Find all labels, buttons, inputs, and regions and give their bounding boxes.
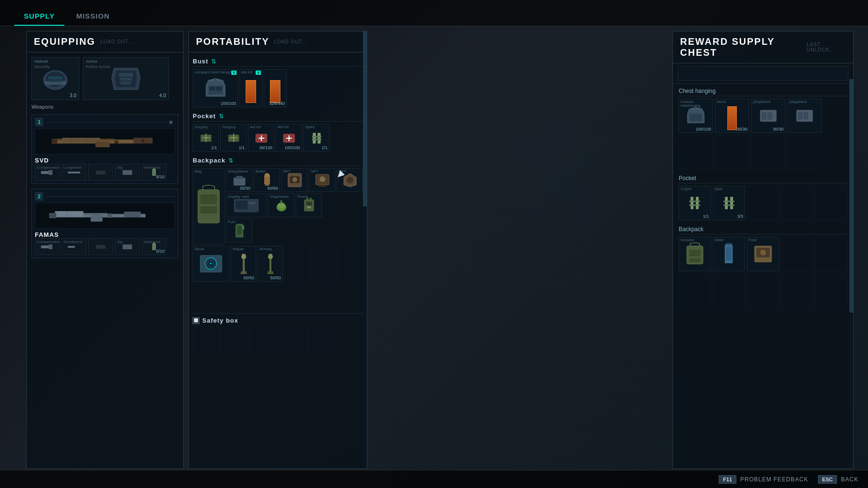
backpack-repair[interactable]: Repair 50/50 <box>231 246 256 282</box>
back-label: BACK <box>841 476 858 483</box>
reward-water[interactable]: Water <box>713 237 745 271</box>
reward-pocket-empty-1[interactable] <box>747 186 779 220</box>
svg-rect-63 <box>312 136 321 137</box>
repair-icon <box>237 253 251 274</box>
bust-slot-3[interactable]: 328/440 <box>264 69 287 107</box>
weapon-1-hollowout[interactable]: Hollowout 6/10 <box>142 164 166 181</box>
backpack-displaycard[interactable]: Display card <box>226 193 267 217</box>
reward-bp-e5[interactable] <box>747 273 779 307</box>
bust-slot-5[interactable] <box>312 69 335 107</box>
back-action[interactable]: ESC BACK <box>818 475 858 484</box>
reward-chest-empty-4[interactable] <box>787 135 822 169</box>
reward-backpack-empty-2[interactable] <box>815 237 847 271</box>
reward-pocket-empty-3[interactable] <box>815 186 847 220</box>
weapon-1-compensator[interactable]: Compensator <box>35 164 60 181</box>
bust-slot-4[interactable] <box>288 69 311 107</box>
backpack-empty-5[interactable] <box>220 283 247 309</box>
backpack-empty-6[interactable] <box>248 283 274 309</box>
helmet-value: 3.0 <box>70 93 76 98</box>
reward-chest-hanging-section: Chest hanging Compact chesthanging 100/1… <box>679 88 847 169</box>
portability-scrollbar[interactable] <box>363 31 367 468</box>
pocket-surgery-2[interactable]: Surgery 1/1 <box>220 124 247 152</box>
armor-slot[interactable]: Armor Police Armor 4.0 <box>83 57 169 100</box>
vegetables-icon <box>274 198 289 213</box>
reward-scrollbar-thumb[interactable] <box>849 79 853 313</box>
backpack-empty-7[interactable] <box>276 283 302 309</box>
safety-slot-2[interactable] <box>222 326 249 353</box>
reward-step-atand-2[interactable]: [Step]Atand <box>787 99 822 133</box>
backpack-bag[interactable]: Bag <box>193 168 225 244</box>
backpack-vegetables[interactable]: Vegetables <box>268 193 294 217</box>
svg-rect-44 <box>152 244 156 250</box>
weapon-1-name: SVD <box>35 157 175 164</box>
weapon-2-shortbarrel[interactable]: Shortbarrel <box>62 238 86 255</box>
backpack-stove[interactable]: Stove <box>193 246 229 282</box>
reward-compact-backpack[interactable]: Compact <box>679 237 711 271</box>
reward-backpack-empty-1[interactable] <box>781 237 814 271</box>
svg-rect-43 <box>123 244 132 249</box>
weapon-2-slot3[interactable] <box>88 238 113 255</box>
backpack-fuel[interactable]: Fuel <box>226 219 252 243</box>
backpack-armory[interactable]: Armory 50/50 <box>258 246 283 282</box>
bust-slot-1[interactable]: compact chest hanging V 100/100 <box>193 69 238 107</box>
backpack-empty-2[interactable] <box>311 246 336 282</box>
reward-bp-e7[interactable] <box>815 273 847 307</box>
weapon-2-stg[interactable]: Stg <box>115 238 140 255</box>
reward-compact-chest[interactable]: Compact chesthanging 100/100 <box>679 99 713 133</box>
reward-bp-e6[interactable] <box>781 273 814 307</box>
backpack-bullet[interactable]: Bullet 60/60 <box>254 168 280 192</box>
tab-mission[interactable]: MISSION <box>67 7 119 26</box>
reward-bp-e3[interactable] <box>679 273 711 307</box>
backpack-nft-1[interactable]: NFT <box>281 168 308 192</box>
safety-slot-1[interactable] <box>193 326 220 353</box>
backpack-empty-4[interactable] <box>193 283 219 309</box>
pocket-splint[interactable]: Splint 1/1 <box>303 124 330 152</box>
reward-food[interactable]: Food <box>747 237 779 271</box>
helmet-slot[interactable]: Helmet Security 3.0 <box>31 57 79 100</box>
bust-section: Bust ⇅ compact chest hanging V 100/100 <box>193 56 363 107</box>
reward-chest-empty-2[interactable] <box>715 135 749 169</box>
reward-pocket-empty-2[interactable] <box>781 186 814 220</box>
portability-scrollbar-thumb[interactable] <box>363 31 367 206</box>
reward-step-atand-1[interactable]: [Step]Atand 30/30 <box>751 99 785 133</box>
backpack-empty-3[interactable] <box>338 246 363 282</box>
reward-bp-e4[interactable] <box>713 273 745 307</box>
reward-chest-empty-1[interactable] <box>679 135 713 169</box>
pocket-aidkit-1[interactable]: Aid Kit 36/100 <box>248 124 274 152</box>
safety-slot-4[interactable] <box>280 326 308 353</box>
weapon-1-stg[interactable]: Stg <box>115 164 140 181</box>
svg-rect-113 <box>723 204 734 206</box>
svg-rect-115 <box>689 250 701 256</box>
weapon-1-longbarrel[interactable]: Longbarrel <box>62 164 86 181</box>
reward-chest-empty-3[interactable] <box>751 135 785 169</box>
svg-rect-101 <box>762 112 766 120</box>
backpack-stepstand[interactable]: [Step]Stand 30/30 <box>226 168 252 192</box>
nft-icon-1 <box>287 173 302 188</box>
backpack-nft-2[interactable]: NFT <box>309 168 335 192</box>
pocket-sort-icon[interactable]: ⇅ <box>219 113 224 120</box>
backpack-empty-8[interactable] <box>303 283 330 309</box>
pocket-aidkit-2[interactable]: Aid Kit 100/100 <box>276 124 302 152</box>
weapon-2-hollowout[interactable]: Hollowout 6/10 <box>142 238 166 255</box>
backpack-empty-1[interactable] <box>284 246 310 282</box>
safety-slot-3[interactable] <box>251 326 279 353</box>
helmet-icon <box>41 66 70 92</box>
backpack-empty-9[interactable] <box>331 283 357 309</box>
reward-chest-icon <box>685 105 706 126</box>
reward-scrollbar[interactable] <box>849 79 853 468</box>
bust-slot-2[interactable]: Aid Kit V <box>239 69 262 107</box>
backpack-power[interactable]: Power <box>296 193 322 217</box>
tab-supply[interactable]: SUPPLY <box>14 7 64 26</box>
pocket-surgery-1[interactable]: Surgery 1/1 <box>193 124 219 152</box>
backpack-sort-icon[interactable]: ⇅ <box>228 157 233 164</box>
safety-slot-5[interactable] <box>309 326 337 353</box>
reward-aid-kit[interactable]: Aid kit 30/30 <box>715 99 749 133</box>
weapon-1-slot3[interactable] <box>88 164 113 181</box>
bust-sort-icon[interactable]: ⇅ <box>211 58 216 65</box>
weapon-2-compensator[interactable]: Compensator <box>35 238 60 255</box>
svg-rect-99 <box>690 114 702 122</box>
esc-key[interactable]: ESC <box>818 475 837 484</box>
reward-spint[interactable]: Spint 3/3 <box>713 186 745 220</box>
reward-filter-input[interactable] <box>678 66 848 81</box>
reward-s-spint[interactable]: S.Spint 1/1 <box>679 186 711 220</box>
